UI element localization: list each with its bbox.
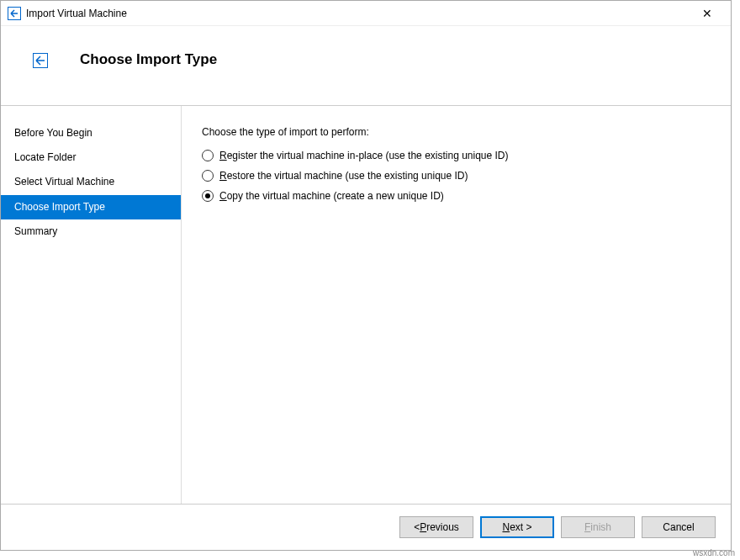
- titlebar: Import Virtual Machine ✕: [1, 1, 731, 26]
- step-label: Summary: [14, 225, 57, 237]
- step-locate-folder[interactable]: Locate Folder: [1, 145, 181, 170]
- radio-label: Register the virtual machine in-place (u…: [219, 150, 509, 161]
- wizard-content: Choose the type of import to perform: Re…: [182, 106, 731, 504]
- watermark-text: wsxdn.com: [693, 548, 735, 557]
- import-vm-icon: [33, 53, 48, 68]
- radio-copy[interactable]: Copy the virtual machine (create a new u…: [202, 190, 711, 202]
- step-summary[interactable]: Summary: [1, 219, 181, 244]
- step-label: Choose Import Type: [14, 201, 105, 213]
- wizard-body: Before You Begin Locate Folder Select Vi…: [1, 106, 731, 504]
- wizard-steps-sidebar: Before You Begin Locate Folder Select Vi…: [1, 106, 182, 504]
- import-vm-icon: [8, 7, 21, 20]
- step-select-virtual-machine[interactable]: Select Virtual Machine: [1, 170, 181, 194]
- radio-label: Restore the virtual machine (use the exi…: [219, 170, 468, 182]
- finish-button: Finish: [561, 516, 635, 538]
- window-title: Import Virtual Machine: [26, 8, 690, 19]
- radio-icon: [202, 170, 214, 182]
- radio-register-in-place[interactable]: Register the virtual machine in-place (u…: [202, 150, 711, 161]
- wizard-window: Import Virtual Machine ✕ Choose Import T…: [0, 0, 732, 551]
- radio-icon: [202, 150, 214, 161]
- wizard-header: Choose Import Type: [1, 26, 731, 106]
- instruction-text: Choose the type of import to perform:: [202, 126, 711, 138]
- step-label: Select Virtual Machine: [14, 176, 114, 188]
- radio-label: Copy the virtual machine (create a new u…: [219, 190, 444, 202]
- step-choose-import-type[interactable]: Choose Import Type: [1, 195, 181, 219]
- import-type-radio-group: Register the virtual machine in-place (u…: [202, 150, 711, 202]
- radio-restore[interactable]: Restore the virtual machine (use the exi…: [202, 170, 711, 182]
- next-button[interactable]: Next >: [480, 516, 554, 538]
- step-label: Locate Folder: [14, 151, 76, 163]
- step-before-you-begin[interactable]: Before You Begin: [1, 121, 181, 145]
- cancel-button[interactable]: Cancel: [642, 516, 716, 538]
- step-label: Before You Begin: [14, 127, 92, 139]
- close-button[interactable]: ✕: [690, 1, 724, 26]
- page-title: Choose Import Type: [80, 51, 217, 68]
- wizard-footer: < Previous Next > Finish Cancel: [1, 504, 731, 550]
- radio-icon: [202, 190, 214, 202]
- previous-button[interactable]: < Previous: [399, 516, 473, 538]
